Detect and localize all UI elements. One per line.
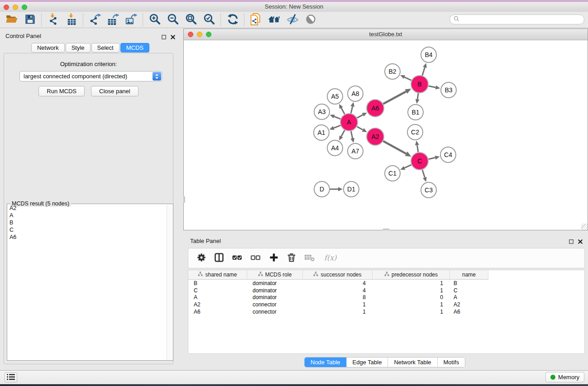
window-edge-grip[interactable] <box>383 229 389 230</box>
tab-node-table[interactable]: Node Table <box>305 357 346 367</box>
table-row[interactable]: Adominator80A <box>188 294 584 301</box>
table-row[interactable]: Bdominator41B <box>188 280 584 287</box>
graph-node-D1[interactable]: D1 <box>344 181 359 197</box>
close-panel-button[interactable]: Close panel <box>91 86 139 96</box>
mcds-result-list[interactable]: A2ABCA6 <box>7 205 167 360</box>
delete-columns-button[interactable] <box>287 253 296 264</box>
graph-edge-A-A6[interactable] <box>357 115 363 118</box>
select-all-rows-button[interactable] <box>232 253 243 264</box>
zoom-fit-button[interactable] <box>182 13 200 27</box>
hide-graphics-details-button[interactable] <box>283 13 301 27</box>
tab-mcds[interactable]: MCDS <box>120 43 149 52</box>
search-input[interactable] <box>462 16 584 23</box>
close-panel-icon[interactable] <box>171 33 175 41</box>
zoom-selected-button[interactable] <box>200 13 218 27</box>
tab-select[interactable]: Select <box>91 43 120 52</box>
graph-edge-B-B2[interactable] <box>404 77 411 80</box>
table-row[interactable]: A6connector11A6 <box>188 308 584 315</box>
graph-node-B1[interactable]: B1 <box>408 105 423 120</box>
close-panel-icon[interactable] <box>578 238 583 246</box>
graph-edge-B-B1[interactable] <box>417 93 418 100</box>
zoom-out-button[interactable] <box>164 13 182 27</box>
refresh-layout-button[interactable] <box>224 13 242 27</box>
tab-style[interactable]: Style <box>66 43 91 52</box>
tab-network[interactable]: Network <box>31 43 65 52</box>
graph-edge-A-A1[interactable] <box>334 125 340 128</box>
task-history-button[interactable] <box>5 372 17 382</box>
graph-node-A2[interactable]: A2 <box>367 128 384 145</box>
zoom-in-button[interactable] <box>146 13 164 27</box>
graph-node-A1[interactable]: A1 <box>314 125 329 140</box>
graph-edge-A2-C[interactable] <box>383 141 406 154</box>
mcds-result-item[interactable]: C <box>7 226 167 234</box>
graph-edge-B-B4[interactable] <box>422 67 425 76</box>
show-graphics-details-button[interactable] <box>301 13 320 27</box>
graph-edge-A-A7[interactable] <box>351 131 353 138</box>
column-header-shared-name[interactable]: shared name <box>188 270 247 280</box>
create-new-column-button[interactable] <box>269 253 279 264</box>
split-panel-button[interactable] <box>214 253 224 264</box>
titlebar[interactable]: Session: New Session <box>0 2 588 12</box>
memory-button[interactable]: Memory <box>545 372 584 382</box>
graph-edge-A-A2[interactable] <box>357 127 363 130</box>
graph-node-A[interactable]: A <box>340 114 358 131</box>
open-file-button[interactable] <box>3 13 21 27</box>
table-row[interactable]: A2connector11A2 <box>188 301 584 308</box>
tab-motifs[interactable]: Motifs <box>437 357 465 367</box>
export-network-button[interactable] <box>86 13 104 27</box>
graph-node-A8[interactable]: A8 <box>348 86 363 101</box>
graph-node-C1[interactable]: C1 <box>385 166 400 181</box>
graph-edge-C-C1[interactable] <box>404 165 411 168</box>
graph-edge-C-C4[interactable] <box>429 157 435 159</box>
run-mcds-button[interactable]: Run MCDS <box>38 86 85 96</box>
export-image-button[interactable] <box>122 13 140 27</box>
column-header-MCDS-role[interactable]: MCDS role <box>247 270 303 280</box>
deselect-all-rows-button[interactable] <box>250 253 261 264</box>
graph-edge-C-C3[interactable] <box>422 170 425 177</box>
graph-edge-A-A3[interactable] <box>334 116 340 119</box>
criterion-select[interactable]: largest connected component (directed) <box>19 71 162 81</box>
graph-node-B2[interactable]: B2 <box>385 64 400 79</box>
graph-edge-C-C2[interactable] <box>417 145 418 152</box>
graph-node-B3[interactable]: B3 <box>441 82 456 98</box>
search-field[interactable] <box>449 14 584 24</box>
export-table-button[interactable] <box>104 13 122 27</box>
column-header-successor-nodes[interactable]: successor nodes <box>303 270 373 280</box>
graph-node-A5[interactable]: A5 <box>327 89 343 104</box>
save-session-button[interactable] <box>21 13 39 27</box>
mcds-result-scrollbar[interactable] <box>167 205 173 360</box>
table-settings-button[interactable] <box>196 253 206 264</box>
show-all-views-button[interactable] <box>265 13 283 27</box>
graph-node-A3[interactable]: A3 <box>314 104 330 119</box>
graph-node-B4[interactable]: B4 <box>421 47 436 62</box>
graph-edge-A-A5[interactable] <box>341 108 345 114</box>
mcds-result-item[interactable]: A <box>7 212 167 219</box>
graph-edge-B-B3[interactable] <box>429 86 436 87</box>
network-canvas[interactable]: B4B2BB3A5A8A6A3B1AA1C2A2A4A7C4CC1C3DD1 <box>184 40 588 230</box>
window-resize-grip[interactable] <box>581 224 588 230</box>
graph-node-C2[interactable]: C2 <box>407 124 423 140</box>
import-table-from-file-button[interactable] <box>62 13 81 27</box>
network-window-titlebar[interactable]: testGlobe.txt <box>184 29 588 40</box>
graph-node-C[interactable]: C <box>411 152 428 170</box>
tab-network-table[interactable]: Network Table <box>387 357 437 367</box>
mcds-result-item[interactable]: A6 <box>7 234 167 241</box>
graph-node-A4[interactable]: A4 <box>327 140 343 156</box>
graph-edge-A-A8[interactable] <box>351 106 352 113</box>
table-row[interactable]: Cdominator41C <box>188 287 584 294</box>
network-from-selection-button[interactable] <box>247 13 265 27</box>
graph-edge-A-A4[interactable] <box>341 130 345 137</box>
column-header-name[interactable]: name <box>450 270 488 280</box>
graph-node-D[interactable]: D <box>314 181 330 197</box>
import-network-from-file-button[interactable] <box>44 13 62 27</box>
graph-node-A7[interactable]: A7 <box>348 143 363 159</box>
graph-node-A6[interactable]: A6 <box>367 100 384 117</box>
float-panel-icon[interactable] <box>569 238 574 246</box>
graph-node-C4[interactable]: C4 <box>440 147 456 162</box>
mcds-result-item[interactable]: B <box>7 219 167 226</box>
column-header-predecessor-nodes[interactable]: predecessor nodes <box>373 270 450 280</box>
graph-node-C3[interactable]: C3 <box>421 182 436 198</box>
window-edge-grip[interactable] <box>183 196 185 203</box>
tab-edge-table[interactable]: Edge Table <box>346 357 388 367</box>
graph-edge-A6-B[interactable] <box>383 91 406 104</box>
